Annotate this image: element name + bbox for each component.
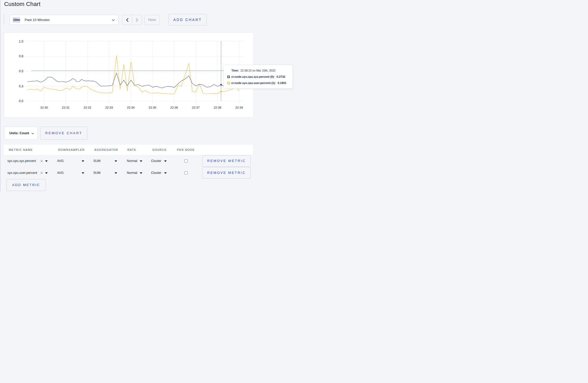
svg-text:22:35: 22:35: [149, 105, 156, 109]
svg-text:22:30: 22:30: [40, 105, 48, 109]
svg-text:22:32: 22:32: [83, 105, 91, 109]
svg-text:0.3: 0.3: [19, 84, 23, 88]
svg-text:22:34: 22:34: [127, 105, 135, 109]
svg-text:0.5: 0.5: [19, 69, 23, 73]
svg-text:0.8: 0.8: [19, 54, 23, 58]
svg-text:22:33: 22:33: [105, 105, 113, 109]
svg-text:1.0: 1.0: [19, 39, 23, 43]
svg-text:22:39: 22:39: [235, 105, 243, 109]
svg-text:22:36: 22:36: [170, 105, 178, 109]
svg-text:22:38: 22:38: [214, 105, 221, 109]
svg-text:22:31: 22:31: [62, 105, 70, 109]
svg-text:22:37: 22:37: [192, 105, 200, 109]
svg-text:0.0: 0.0: [19, 99, 23, 103]
